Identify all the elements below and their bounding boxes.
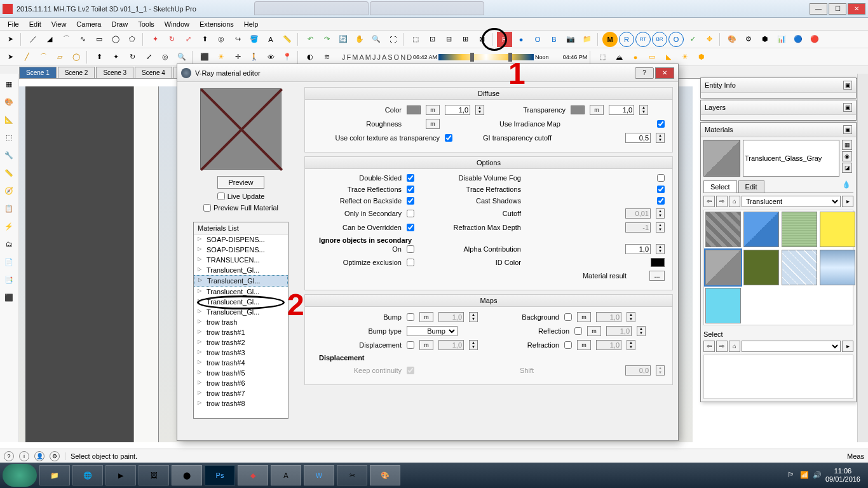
transparency-swatch[interactable]: [571, 105, 585, 114]
large-tool-3-icon[interactable]: 📐: [1, 112, 17, 127]
vray-br-button-icon[interactable]: BR: [652, 32, 667, 47]
position-icon[interactable]: 📍: [280, 50, 295, 65]
tray-date[interactable]: 09/01/2016: [825, 475, 860, 484]
alpha-input[interactable]: [625, 244, 651, 254]
current-material-swatch[interactable]: [703, 140, 740, 177]
status-icon-2[interactable]: i: [19, 451, 29, 461]
refr-depth-spinner[interactable]: ▲▼: [656, 222, 665, 233]
menu-edit[interactable]: Edit: [24, 19, 46, 29]
bg-spinner[interactable]: ▲▼: [627, 312, 635, 322]
bump-spinner[interactable]: ▲▼: [469, 312, 478, 322]
mat-result-button[interactable]: ...: [649, 271, 665, 281]
eyedropper-icon[interactable]: 💧: [842, 180, 853, 192]
select-tool-icon[interactable]: ➤: [3, 32, 18, 47]
transparency-value-input[interactable]: [609, 105, 634, 115]
only-secondary-checkbox[interactable]: [407, 210, 414, 217]
refraction-spinner[interactable]: ▲▼: [627, 340, 635, 350]
back-face-icon[interactable]: ◪: [842, 163, 852, 173]
create-material-icon[interactable]: ▦: [842, 140, 852, 150]
chrome-icon[interactable]: ⬤: [172, 465, 202, 485]
snipping-tool-icon[interactable]: ✂: [337, 465, 367, 485]
dialog-help-button[interactable]: ?: [635, 67, 654, 79]
axes-icon[interactable]: ✛: [230, 50, 245, 65]
vray-assets-icon[interactable]: 📁: [580, 32, 595, 47]
id-color-swatch[interactable]: [651, 258, 665, 267]
viewport-scrollbar[interactable]: [857, 74, 868, 442]
tray-volume-icon[interactable]: 🔊: [813, 471, 822, 480]
large-tool-8-icon[interactable]: 📋: [1, 201, 17, 216]
push-icon[interactable]: ⬆: [92, 50, 107, 65]
photoshop-icon[interactable]: Ps: [205, 465, 235, 485]
scale-tool-icon[interactable]: ⤢: [180, 32, 196, 47]
draw-shape-icon[interactable]: ▱: [52, 50, 67, 65]
color-swatch[interactable]: [407, 105, 421, 114]
color-spinner[interactable]: ▲▼: [475, 105, 484, 115]
photo-viewer-icon[interactable]: 🖼: [139, 465, 169, 485]
redo-icon[interactable]: ↷: [319, 32, 334, 47]
preview-full-checkbox[interactable]: Preview Full Material: [203, 204, 278, 212]
followme-tool-icon[interactable]: ↪: [230, 32, 245, 47]
close-button[interactable]: ✕: [848, 3, 865, 15]
autocad-icon[interactable]: A: [271, 465, 301, 485]
menu-view[interactable]: View: [46, 19, 72, 29]
plugin-icon-1[interactable]: 🎨: [724, 32, 740, 47]
material-item[interactable]: trow trash#2: [194, 337, 288, 348]
scene-tab-1[interactable]: Scene 1: [19, 67, 57, 78]
tape-tool-icon[interactable]: 📏: [280, 32, 295, 47]
material-thumb[interactable]: [820, 212, 855, 247]
large-tool-9-icon[interactable]: ⚡: [1, 219, 17, 234]
undo-icon[interactable]: ↶: [302, 32, 318, 47]
word-icon[interactable]: W: [304, 465, 334, 485]
draw-arc-icon[interactable]: ⌒: [36, 50, 51, 65]
tray-time[interactable]: 11:06: [825, 467, 860, 475]
media-player-icon[interactable]: ▶: [105, 465, 136, 485]
material-thumb[interactable]: [820, 250, 855, 285]
vray-options-icon[interactable]: O: [530, 32, 545, 47]
material-item[interactable]: Translucent_Gl...: [194, 265, 288, 275]
line-tool-icon[interactable]: ／: [25, 32, 41, 47]
maximize-button[interactable]: ☐: [829, 3, 846, 15]
scene-tab-2[interactable]: Scene 2: [58, 67, 95, 78]
lib2-menu-icon[interactable]: ▸: [842, 341, 853, 352]
nav2-fwd-icon[interactable]: ⇨: [716, 341, 728, 352]
explorer-icon[interactable]: 📁: [39, 465, 70, 485]
large-tool-4-icon[interactable]: ⬚: [1, 130, 17, 145]
sun-icon[interactable]: ☀: [214, 50, 229, 65]
zoom-extents-icon[interactable]: ⛶: [385, 32, 400, 47]
material-item[interactable]: trow trash#3: [194, 348, 288, 358]
displacement-value-input[interactable]: [438, 340, 464, 350]
draw-circle-icon[interactable]: ◯: [69, 50, 84, 65]
live-update-checkbox[interactable]: Live Update: [217, 193, 265, 200]
arc-tool-icon[interactable]: ⌒: [58, 32, 74, 47]
material-item[interactable]: trow trash#7: [194, 388, 288, 398]
zoom-tool-icon[interactable]: 🔍: [369, 32, 384, 47]
cast-shadows-checkbox[interactable]: [657, 197, 665, 205]
material-thumb[interactable]: [743, 250, 779, 285]
tray-network-icon[interactable]: 📶: [800, 471, 809, 480]
scene-tab-3[interactable]: Scene 3: [96, 67, 133, 78]
large-tool-7-icon[interactable]: 🧭: [1, 183, 17, 198]
right-view-icon[interactable]: ⊞: [458, 32, 473, 47]
tray-flag-icon[interactable]: 🏳: [787, 471, 796, 480]
material-thumb[interactable]: [705, 212, 741, 247]
bump-value-input[interactable]: [438, 312, 464, 322]
circle-tool-icon[interactable]: ◯: [108, 32, 123, 47]
bg-map-button[interactable]: m: [577, 312, 591, 322]
material-item[interactable]: trow trash#8: [194, 398, 288, 409]
disable-fog-checkbox[interactable]: [657, 174, 665, 182]
optimize-checkbox[interactable]: [407, 259, 414, 266]
options-header[interactable]: Options: [305, 157, 672, 169]
nav-back-icon[interactable]: ⇦: [703, 196, 715, 207]
plugin-icon-4[interactable]: 📊: [774, 32, 789, 47]
bg-enable-checkbox[interactable]: [564, 313, 572, 321]
fog-icon[interactable]: ≋: [319, 50, 334, 65]
material-thumb[interactable]: [705, 288, 741, 323]
default-material-icon[interactable]: ◉: [842, 151, 852, 161]
material-thumb[interactable]: [782, 250, 817, 285]
nav-home-icon[interactable]: ⌂: [729, 196, 740, 207]
entity-info-close-icon[interactable]: ▣: [843, 81, 852, 90]
plugin-icon-6[interactable]: 🔴: [807, 32, 822, 47]
material-thumb[interactable]: [743, 212, 779, 247]
status-icon-1[interactable]: ?: [4, 451, 14, 461]
polygon-tool-icon[interactable]: ⬠: [125, 32, 140, 47]
